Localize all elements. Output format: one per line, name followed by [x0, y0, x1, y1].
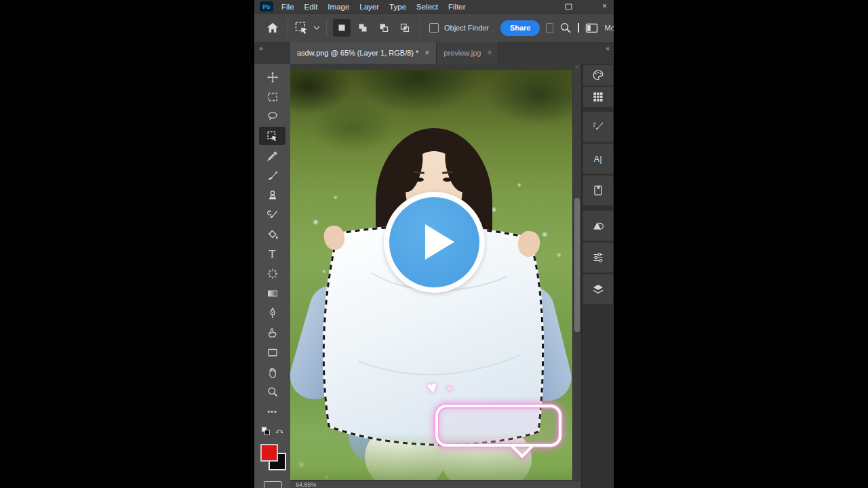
hand-icon — [267, 366, 279, 378]
menu-file[interactable]: File — [281, 3, 294, 11]
brush-icon — [267, 169, 279, 182]
clone-stamp-tool[interactable] — [254, 185, 290, 205]
menu-filter[interactable]: Filter — [448, 3, 466, 11]
menu-layer[interactable]: Layer — [359, 3, 379, 11]
object-selection-tool[interactable] — [254, 126, 290, 146]
adjustments-panel-tab[interactable] — [583, 211, 613, 241]
divider — [326, 19, 327, 37]
pen-tool[interactable] — [254, 303, 290, 323]
chevron-down-icon — [313, 26, 320, 30]
default-colors-icon[interactable] — [261, 426, 271, 436]
panel-dock: A| — [581, 64, 614, 488]
menu-select[interactable]: Select — [416, 3, 438, 11]
quick-mask-button[interactable] — [264, 481, 282, 488]
libraries-icon — [591, 184, 605, 197]
selection-mode-group — [333, 19, 414, 37]
collapse-panel-left-icon[interactable]: » — [259, 45, 262, 52]
type-tool[interactable]: T — [254, 244, 290, 264]
lasso-tool[interactable] — [254, 106, 290, 126]
scrollbar-thumb[interactable] — [574, 198, 580, 332]
tab-title: preview.jpg — [443, 49, 481, 57]
divider — [578, 23, 579, 33]
menu-edit[interactable]: Edit — [304, 3, 318, 11]
zoom-level-value[interactable]: 64.85% — [296, 481, 317, 488]
properties-sliders-icon — [591, 251, 605, 264]
search-icon[interactable] — [559, 22, 572, 34]
scroll-up-icon[interactable]: ^ — [573, 64, 581, 70]
add-to-selection-button[interactable] — [354, 19, 372, 37]
close-tab-icon[interactable]: × — [487, 48, 492, 58]
gradient-icon — [267, 287, 279, 300]
object-finder-control: Object Finder — [429, 23, 489, 33]
close-tab-icon[interactable]: × — [425, 48, 429, 58]
move-tool[interactable] — [254, 67, 290, 87]
divider — [288, 19, 288, 37]
adjustments-icon — [591, 219, 605, 232]
paint-bucket-icon — [267, 228, 279, 241]
character-panel-tab[interactable]: A| — [583, 144, 613, 174]
brush-tool[interactable] — [254, 165, 290, 185]
document-tab-asdw[interactable]: asdw.png @ 65% (Layer 1, RGB/8) * × — [290, 42, 437, 64]
move-icon — [267, 71, 279, 83]
properties-panel-tab[interactable] — [583, 243, 613, 272]
rectangle-shape-icon — [267, 346, 279, 359]
photoshop-logo: Ps — [260, 1, 273, 12]
document-tab-preview[interactable]: preview.jpg × — [437, 42, 499, 64]
history-brush-icon — [267, 209, 279, 221]
tab-title: asdw.png @ 65% (Layer 1, RGB/8) * — [297, 49, 418, 57]
intersect-selection-icon — [399, 22, 410, 33]
rectangle-shape-tool[interactable] — [254, 342, 290, 362]
more-tools-icon: ••• — [267, 407, 277, 415]
paint-bucket-tool[interactable] — [254, 224, 290, 244]
subtract-selection-icon — [378, 22, 389, 33]
right-letterbox — [614, 0, 868, 488]
selection-mask-tool[interactable] — [254, 264, 290, 283]
video-play-button[interactable] — [384, 192, 485, 293]
type-tool-icon: T — [269, 249, 276, 260]
canvas-document[interactable]: ♥ ♥ — [290, 70, 573, 481]
brush-settings-icon — [591, 120, 605, 134]
close-window-icon[interactable]: × — [602, 0, 607, 13]
play-button-circle — [389, 197, 479, 287]
new-selection-button[interactable] — [333, 19, 351, 37]
history-brush-tool[interactable] — [254, 205, 290, 224]
document-tab-bar: » asdw.png @ 65% (Layer 1, RGB/8) * × pr… — [254, 42, 614, 64]
photoshop-window: Ps File Edit Image Layer Type Select Fil… — [254, 0, 614, 488]
rectangular-marquee-tool[interactable] — [254, 87, 290, 106]
menu-type[interactable]: Type — [389, 3, 406, 11]
new-selection-icon — [336, 22, 347, 33]
canvas-zone: ♥ ♥ ^ 64.85% — [290, 64, 581, 488]
subtract-from-selection-button[interactable] — [375, 19, 393, 37]
color-panel-tab[interactable] — [583, 65, 613, 85]
foreground-color-swatch[interactable] — [260, 444, 278, 462]
swatches-panel-tab[interactable] — [583, 87, 613, 107]
play-icon — [425, 224, 454, 260]
zoom-tool[interactable] — [254, 382, 290, 401]
gradient-tool[interactable] — [254, 283, 290, 303]
smudge-tool[interactable] — [254, 323, 290, 342]
layers-panel-tab[interactable] — [583, 274, 613, 304]
lasso-icon — [267, 110, 279, 123]
layers-icon — [591, 283, 605, 296]
workspace-switcher-icon[interactable] — [585, 22, 598, 34]
object-finder-checkbox[interactable] — [429, 23, 439, 33]
menu-image[interactable]: Image — [328, 3, 349, 11]
marquee-icon — [267, 91, 279, 103]
restore-window-icon[interactable] — [565, 3, 572, 10]
tool-preset-picker[interactable] — [294, 20, 320, 35]
intersect-selection-button[interactable] — [396, 19, 414, 37]
home-icon — [266, 21, 279, 35]
vertical-scrollbar[interactable]: ^ — [572, 64, 581, 481]
libraries-panel-tab[interactable] — [583, 176, 613, 205]
swap-colors-icon[interactable] — [275, 427, 284, 435]
edit-toolbar-button[interactable]: ••• — [254, 401, 290, 421]
collapse-panel-right-icon[interactable]: « — [606, 45, 609, 52]
home-button[interactable] — [264, 19, 281, 37]
hand-tool[interactable] — [254, 362, 290, 382]
zoom-icon — [267, 386, 279, 398]
share-button[interactable]: Share — [500, 20, 540, 36]
mode-label: Mode — [604, 24, 614, 32]
eyedropper-tool[interactable] — [254, 146, 290, 165]
brush-settings-panel-tab[interactable] — [583, 112, 613, 142]
left-letterbox — [0, 0, 254, 488]
